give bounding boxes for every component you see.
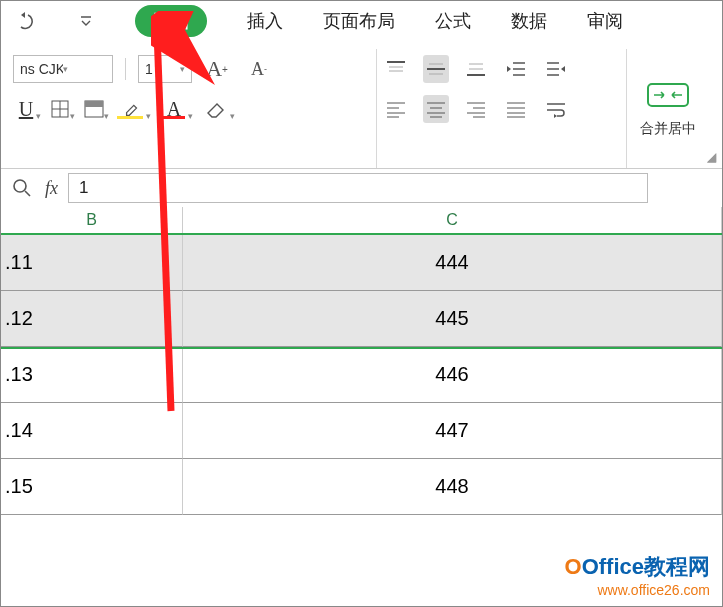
increase-font-icon[interactable]: A+ [200,55,234,83]
col-header-b[interactable]: B [1,207,183,233]
merge-cells-label: 合并居中 [640,120,696,138]
highlight-color-button[interactable]: ▾ [115,95,149,123]
formula-bar-input[interactable] [68,173,648,203]
cell-c[interactable]: 444 [183,235,722,291]
justify-icon[interactable] [503,95,529,123]
cell-b[interactable]: .11 [1,235,183,291]
undo-button[interactable] [11,7,37,35]
borders-button[interactable]: ▾ [47,95,73,123]
align-right-icon[interactable] [463,95,489,123]
eraser-button[interactable]: ▾ [199,95,233,123]
tab-insert[interactable]: 插入 [247,9,283,33]
selection-border-bottom [1,347,722,349]
lookup-icon[interactable] [9,174,35,202]
spreadsheet-grid[interactable]: B C .11 444 .12 445 .13 446 .14 447 .15 … [1,207,722,515]
merge-cells-icon[interactable] [646,80,690,114]
col-header-c[interactable]: C [183,207,722,233]
cell-b[interactable]: .14 [1,403,183,459]
font-size-combo[interactable]: 1▾ [138,55,192,83]
align-top-icon[interactable] [383,55,409,83]
cell-c[interactable]: 447 [183,403,722,459]
svg-rect-4 [85,101,103,107]
cell-c[interactable]: 448 [183,459,722,515]
svg-point-31 [14,180,26,192]
ribbon-tabs: 开始 插入 页面布局 公式 数据 审阅 [135,5,623,37]
align-middle-icon[interactable] [423,55,449,83]
svg-line-32 [25,191,30,196]
tab-review[interactable]: 审阅 [587,9,623,33]
fx-icon[interactable]: fx [45,178,58,199]
decrease-font-icon[interactable]: A- [242,55,276,83]
table-row[interactable]: .12 445 [1,291,722,347]
align-bottom-icon[interactable] [463,55,489,83]
font-color-button[interactable]: A ▾ [157,95,191,123]
ribbon-toolbar: ns CJK SC▾ 1▾ A+ A- U▾ ▾ ▾ ▾ A [1,41,722,169]
table-row[interactable]: .11 444 [1,235,722,291]
table-row[interactable]: .15 448 [1,459,722,515]
cell-b[interactable]: .15 [1,459,183,515]
cell-styles-button[interactable]: ▾ [81,95,107,123]
increase-indent-icon[interactable] [543,55,569,83]
font-name-combo[interactable]: ns CJK SC▾ [13,55,113,83]
tab-formulas[interactable]: 公式 [435,9,471,33]
quick-access-dropdown[interactable] [73,7,99,35]
table-row[interactable]: .13 446 [1,347,722,403]
cell-c[interactable]: 445 [183,291,722,347]
underline-button[interactable]: U▾ [13,95,39,123]
decrease-indent-icon[interactable] [503,55,529,83]
cell-c[interactable]: 446 [183,347,722,403]
align-dialog-launcher[interactable]: ◢ [707,150,716,164]
align-center-icon[interactable] [423,95,449,123]
cell-b[interactable]: .12 [1,291,183,347]
tab-home[interactable]: 开始 [135,5,207,37]
cell-b[interactable]: .13 [1,347,183,403]
align-left-icon[interactable] [383,95,409,123]
separator [125,58,126,80]
wrap-text-icon[interactable] [543,95,569,123]
table-row[interactable]: .14 447 [1,403,722,459]
tab-data[interactable]: 数据 [511,9,547,33]
watermark-logo: OOffice教程网Office教程网 www.office26.com [565,552,710,598]
tab-page-layout[interactable]: 页面布局 [323,9,395,33]
